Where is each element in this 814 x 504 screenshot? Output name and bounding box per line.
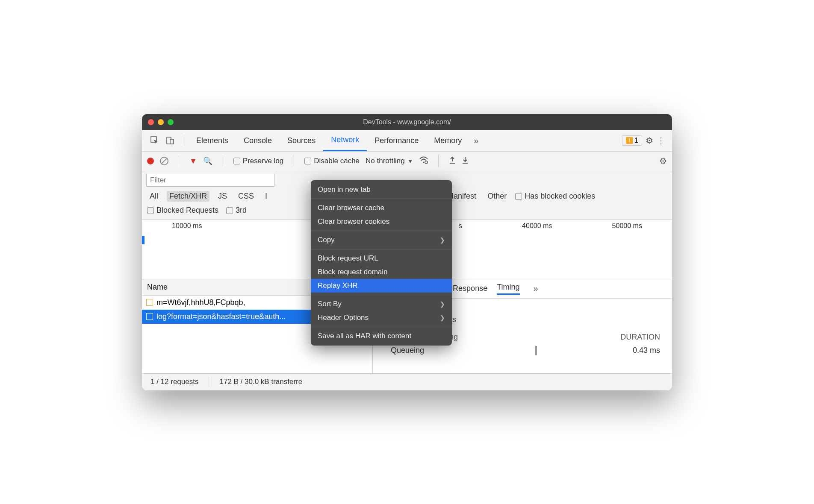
settings-icon[interactable]: ⚙ xyxy=(646,135,653,146)
svg-rect-6 xyxy=(463,163,468,164)
warning-icon xyxy=(626,137,633,144)
filter-other[interactable]: Other xyxy=(485,191,509,202)
filter-css[interactable]: CSS xyxy=(236,191,257,202)
timeline-label: s xyxy=(459,222,462,230)
request-count: 1 / 12 requests xyxy=(150,378,198,386)
script-icon xyxy=(146,299,153,306)
filter-input[interactable] xyxy=(146,174,274,187)
inspect-element-icon[interactable] xyxy=(150,135,160,146)
tab-memory[interactable]: Memory xyxy=(426,130,469,151)
device-toolbar-icon[interactable] xyxy=(165,135,175,146)
network-toolbar: ▼ 🔍 Preserve log Disable cache No thrott… xyxy=(142,152,672,171)
status-bar: 1 / 12 requests 172 B / 30.0 kB transfer… xyxy=(142,373,672,390)
chevron-right-icon: ❯ xyxy=(440,237,445,243)
devtools-tabs: Elements Console Sources Network Perform… xyxy=(142,130,672,152)
export-har-icon[interactable] xyxy=(462,156,469,166)
tab-performance[interactable]: Performance xyxy=(367,130,426,151)
warnings-badge[interactable]: 1 xyxy=(622,135,642,146)
tab-sources[interactable]: Sources xyxy=(280,130,323,151)
zoom-window-button[interactable] xyxy=(168,119,174,125)
svg-rect-5 xyxy=(450,163,455,164)
throttling-select[interactable]: No throttling ▼ xyxy=(366,157,413,165)
tab-console[interactable]: Console xyxy=(236,130,280,151)
chevron-right-icon: ❯ xyxy=(440,301,445,308)
blocked-requests-checkbox[interactable]: Blocked Requests xyxy=(147,206,218,215)
cm-block-domain[interactable]: Block request domain xyxy=(311,265,452,279)
kebab-menu-icon[interactable]: ⋮ xyxy=(657,135,665,146)
timeline-marker xyxy=(142,236,145,244)
detail-tab-response[interactable]: Response xyxy=(453,284,487,293)
cm-replay-xhr[interactable]: Replay XHR xyxy=(311,279,452,293)
disable-cache-checkbox[interactable]: Disable cache xyxy=(304,157,360,165)
cm-copy[interactable]: Copy❯ xyxy=(311,233,452,247)
cm-header-options[interactable]: Header Options❯ xyxy=(311,311,452,325)
more-tabs-icon[interactable]: » xyxy=(469,136,483,146)
filter-icon[interactable]: ▼ xyxy=(189,157,197,166)
detail-tab-timing[interactable]: Timing xyxy=(497,283,519,295)
traffic-lights xyxy=(148,119,174,125)
titlebar: DevTools - www.google.com/ xyxy=(142,114,672,130)
context-menu: Open in new tab Clear browser cache Clea… xyxy=(311,180,452,346)
cm-open-new-tab[interactable]: Open in new tab xyxy=(311,183,452,196)
search-icon[interactable]: 🔍 xyxy=(203,156,212,166)
record-button[interactable] xyxy=(147,158,154,164)
filter-img-partial[interactable]: I xyxy=(262,191,270,202)
timeline-label: 10000 ms xyxy=(172,222,202,230)
has-blocked-cookies-checkbox[interactable]: Has blocked cookies xyxy=(515,192,595,201)
network-conditions-icon[interactable] xyxy=(419,156,428,166)
preserve-log-checkbox[interactable]: Preserve log xyxy=(233,157,283,165)
chevron-right-icon: ❯ xyxy=(440,314,445,321)
timeline-label: 40000 ms xyxy=(522,222,552,230)
tab-network[interactable]: Network xyxy=(323,130,367,151)
filter-all[interactable]: All xyxy=(147,191,161,202)
svg-point-3 xyxy=(423,161,424,163)
network-settings-icon[interactable]: ⚙ xyxy=(659,156,667,166)
svg-rect-2 xyxy=(170,139,174,144)
devtools-window: DevTools - www.google.com/ Elements Cons… xyxy=(142,114,672,390)
warning-count: 1 xyxy=(634,137,638,144)
chevron-down-icon: ▼ xyxy=(407,158,413,164)
timeline-label: 50000 ms xyxy=(612,222,642,230)
svg-point-4 xyxy=(425,161,428,164)
xhr-icon xyxy=(146,313,153,320)
cm-save-har[interactable]: Save all as HAR with content xyxy=(311,329,452,343)
minimize-window-button[interactable] xyxy=(158,119,164,125)
close-window-button[interactable] xyxy=(148,119,154,125)
window-title: DevTools - www.google.com/ xyxy=(363,118,451,126)
more-detail-tabs-icon[interactable]: » xyxy=(529,284,543,293)
cm-clear-cookies[interactable]: Clear browser cookies xyxy=(311,215,452,229)
queueing-bar xyxy=(535,346,537,355)
filter-fetch-xhr[interactable]: Fetch/XHR xyxy=(167,191,209,202)
third-party-checkbox[interactable]: 3rd xyxy=(226,206,247,215)
filter-js[interactable]: JS xyxy=(215,191,230,202)
cm-sort-by[interactable]: Sort By❯ xyxy=(311,297,452,311)
tab-elements[interactable]: Elements xyxy=(189,130,236,151)
queueing-value: 0.43 ms xyxy=(633,346,660,355)
cm-block-url[interactable]: Block request URL xyxy=(311,252,452,265)
transferred-size: 172 B / 30.0 kB transferre xyxy=(219,378,302,386)
duration-label: DURATION xyxy=(620,333,660,342)
clear-button[interactable] xyxy=(160,157,168,165)
import-har-icon[interactable] xyxy=(449,156,456,166)
queueing-label: Queueing xyxy=(391,346,424,355)
cm-clear-cache[interactable]: Clear browser cache xyxy=(311,201,452,215)
